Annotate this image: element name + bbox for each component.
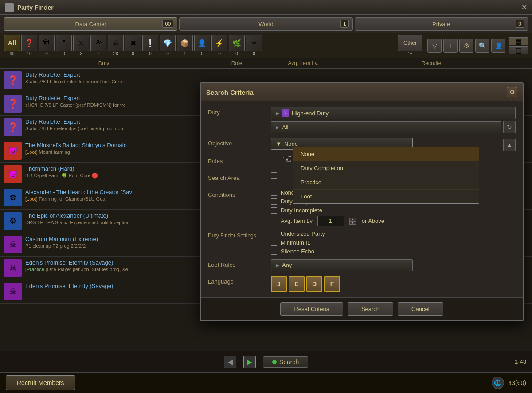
duty-all-button[interactable]: ▶ All <box>271 121 501 133</box>
recruit-members-button[interactable]: Recruit Members <box>6 375 75 390</box>
settings-button[interactable]: ⚙ <box>459 39 473 53</box>
party-icon-2: ❓ <box>4 118 22 136</box>
ilvl-up-button[interactable]: ▲ <box>349 218 356 221</box>
view-toggle: ▤ ▥ <box>509 37 528 54</box>
category-6-icon: ☠ <box>108 35 124 51</box>
lang-f-button[interactable]: F <box>324 276 340 292</box>
party-icon-8: ☠ <box>4 259 22 277</box>
condition-incomplete-checkbox[interactable] <box>271 207 277 214</box>
window-title: Party Finder <box>17 4 521 11</box>
ilvl-value-input[interactable] <box>317 216 344 226</box>
category-13[interactable]: 🌿 0 <box>229 35 245 56</box>
lang-e-button[interactable]: E <box>289 276 305 292</box>
category-14[interactable]: ⚜ 0 <box>246 35 262 56</box>
modal-close-icon: ⚙ <box>509 89 515 96</box>
next-page-button[interactable]: ▶ <box>243 356 256 368</box>
category-10-count: 1 <box>184 51 186 56</box>
category-11[interactable]: 👤 0 <box>194 35 210 56</box>
duty-finder-content: Undersized Party Minimum IL Silence Echo <box>271 230 516 255</box>
lang-d-button[interactable]: D <box>306 276 322 292</box>
condition-ilvl-checkbox[interactable] <box>271 218 277 224</box>
world-icon: 🌐 <box>492 377 504 389</box>
category-3-count: 0 <box>63 51 65 56</box>
category-12[interactable]: ⚡ 0 <box>211 35 227 56</box>
loot-rules-content: ▶ Any <box>271 259 516 271</box>
search-area-checkbox[interactable] <box>271 172 277 179</box>
condition-complete-checkbox[interactable] <box>271 198 277 205</box>
view-grid-button[interactable]: ▥ <box>509 46 528 54</box>
category-11-count: 0 <box>201 51 203 56</box>
search-toggle-button[interactable]: 🔍 <box>475 39 489 53</box>
party-icon-3: 😈 <box>4 142 22 160</box>
conditions-label: Conditions <box>208 189 266 198</box>
category-all[interactable]: All 60 <box>4 35 20 56</box>
duty-value1-label: High-end Duty <box>292 110 329 117</box>
language-label: Language <box>208 276 266 285</box>
objective-dropdown-list: None Duty Completion Practice Loot <box>293 147 479 204</box>
prev-page-button[interactable]: ◀ <box>224 356 236 368</box>
category-13-icon: 🌿 <box>229 35 245 51</box>
condition-none-label: None <box>281 189 294 196</box>
category-6[interactable]: ☠ 28 <box>108 35 124 56</box>
search-button-bottom[interactable]: Search <box>263 356 308 368</box>
loot-rules-dropdown[interactable]: ▶ Any <box>271 259 413 271</box>
duty-arrow-icon: ▶ <box>276 111 279 116</box>
objective-option-duty-completion[interactable]: Duty Completion <box>293 161 479 175</box>
silence-echo-checkbox[interactable] <box>271 249 277 255</box>
profile-icon: 👤 <box>495 42 502 49</box>
lang-j-button[interactable]: J <box>271 276 287 292</box>
party-title-0: Duty Roulette: Expert <box>25 71 528 78</box>
category-9[interactable]: 💎 0 <box>160 35 176 56</box>
cancel-modal-button[interactable]: Cancel <box>398 302 443 316</box>
sort-button[interactable]: ↑ <box>443 39 458 53</box>
category-8[interactable]: ❕ 0 <box>142 35 158 56</box>
category-5[interactable]: 👁 2 <box>90 35 106 56</box>
search-modal-button[interactable]: Search <box>348 302 393 316</box>
tab-data-center[interactable]: Data Center 60 <box>4 17 177 31</box>
other-button[interactable]: Other <box>398 35 422 51</box>
view-list-button[interactable]: ▤ <box>509 37 528 45</box>
filter-button[interactable]: ▽ <box>427 39 442 53</box>
tag-loot-5: [Loot] <box>25 196 38 202</box>
profile-button[interactable]: 👤 <box>491 39 505 53</box>
category-10[interactable]: 📦 1 <box>177 35 193 56</box>
category-7[interactable]: ✖ 0 <box>125 35 141 56</box>
category-3[interactable]: 🗡 0 <box>56 35 72 56</box>
objective-option-none[interactable]: None <box>293 147 479 161</box>
tab-private[interactable]: Private 0 <box>355 17 528 31</box>
category-all-icon: All <box>4 35 20 51</box>
category-8-icon: ❕ <box>142 35 158 51</box>
duty-refresh-button[interactable]: ↻ <box>503 121 516 133</box>
party-icon-6: ⚙ <box>4 212 22 230</box>
category-1[interactable]: ❓ 10 <box>21 35 37 56</box>
tag-onepp-8: [One Player per Job] <box>46 267 90 272</box>
category-other[interactable]: Other 16 <box>398 35 422 56</box>
modal-close-button[interactable]: ⚙ <box>507 87 517 97</box>
objective-up-button[interactable]: ▲ <box>503 139 516 151</box>
reset-criteria-button[interactable]: Reset Criteria <box>280 302 343 316</box>
duty-high-end-button[interactable]: ▶ ⚔ High-end Duty <box>271 107 516 119</box>
footer-right: 🌐 43(60) <box>492 377 526 389</box>
duty-field-content: ▶ ⚔ High-end Duty ▶ All ↻ <box>271 107 516 133</box>
party-icon-0: ❓ <box>4 71 22 89</box>
objective-option-loot[interactable]: Loot <box>293 190 479 203</box>
category-4[interactable]: ⚔ 3 <box>73 35 89 56</box>
objective-option-practice[interactable]: Practice <box>293 175 479 190</box>
minimum-il-checkbox[interactable] <box>271 240 277 246</box>
filter-icon: ▽ <box>432 42 437 49</box>
condition-none-checkbox[interactable] <box>271 190 277 196</box>
tab-world[interactable]: World 1 <box>179 17 352 31</box>
tag-practice-8: [Practice] <box>25 267 46 272</box>
category-2[interactable]: 🏛 0 <box>39 35 55 56</box>
party-icon-4: 😈 <box>4 165 22 183</box>
close-button[interactable]: ✕ <box>521 3 527 12</box>
duty-row: Duty ▶ ⚔ High-end Duty ▶ All ↻ <box>208 107 516 133</box>
undersized-checkbox[interactable] <box>271 231 277 237</box>
col-header-role: Role <box>203 60 270 66</box>
bottom-nav-bar: ◀ ▶ Search 1-43 <box>0 351 532 372</box>
modal-footer: Reset Criteria Search Cancel <box>201 297 523 320</box>
lang-d-label: D <box>312 280 317 288</box>
title-bar: Party Finder ✕ <box>0 0 532 15</box>
ilvl-down-button[interactable]: ▼ <box>349 221 356 225</box>
loot-rules-arrow-icon: ▶ <box>276 263 279 268</box>
